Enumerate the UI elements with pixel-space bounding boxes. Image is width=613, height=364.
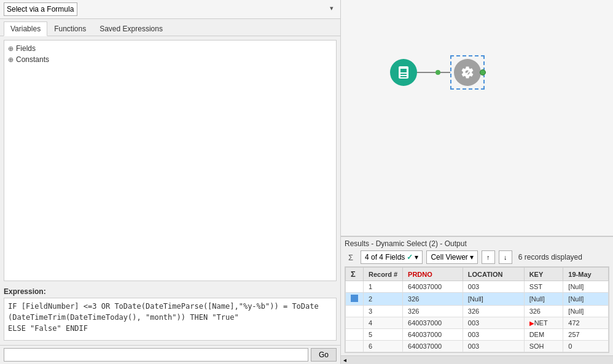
results-panel: Results - Dynamic Select (2) - Output Σ …: [341, 236, 613, 355]
expression-box[interactable]: [4, 298, 337, 341]
cell-check[interactable]: [346, 341, 364, 352]
cell-check[interactable]: [346, 281, 364, 293]
tree-item-constants[interactable]: ⊕ Constants: [7, 54, 334, 65]
cell-record: 6: [364, 341, 403, 352]
cell-prdno: 640037000: [403, 317, 463, 329]
left-panel: Select via a Formula Variables Functions…: [0, 0, 341, 364]
bottom-scroll: ◂: [341, 355, 613, 364]
connector-line-1: [417, 72, 435, 73]
col-header-record: Record #: [364, 268, 403, 281]
cell-key: ▶NET: [524, 317, 563, 329]
expression-label: Expression:: [4, 287, 337, 296]
tab-saved-expressions[interactable]: Saved Expressions: [93, 21, 170, 36]
cell-prdno: 640037000: [403, 281, 463, 293]
cell-may: 472: [563, 317, 609, 329]
results-toolbar: Σ 4 of 4 Fields ✓ ▾ Cell Viewer ▾ ↑ ↓ 6 …: [345, 250, 609, 264]
col-header-location: LOCATION: [463, 268, 524, 281]
cell-key: SST: [524, 281, 563, 293]
bottom-bar: Go: [0, 345, 340, 364]
node-book[interactable]: [390, 59, 417, 86]
tabs: Variables Functions Saved Expressions: [0, 19, 340, 36]
cell-location: 003: [463, 281, 524, 293]
cell-may: [Null]: [563, 293, 609, 306]
go-button[interactable]: Go: [311, 348, 337, 362]
results-table: Σ Record # PRDNO LOCATION KEY 19-May 164…: [345, 267, 609, 352]
table-row[interactable]: 1640037000003SST[Null]: [346, 281, 609, 293]
cell-may: [Null]: [563, 281, 609, 293]
main-container: Select via a Formula Variables Functions…: [0, 0, 613, 364]
right-panel: ✓ Results - Dynamic Select (2) - Output …: [341, 0, 613, 364]
cell-location: 003: [463, 341, 524, 352]
cell-check[interactable]: [346, 306, 364, 317]
cell-location: [Null]: [463, 293, 524, 306]
viewer-dropdown[interactable]: Cell Viewer ▾: [426, 250, 477, 264]
col-header-check: Σ: [346, 268, 364, 281]
variables-tree: ⊕ Fields ⊕ Constants: [4, 40, 337, 281]
gear-check-overlay: ✓: [464, 67, 472, 79]
fields-check-icon: ✓: [407, 253, 413, 261]
table-row[interactable]: 4640037000003▶NET472: [346, 317, 609, 329]
expand-icon-constants: ⊕: [8, 56, 14, 64]
cell-location: 003: [463, 317, 524, 329]
cell-location: 326: [463, 306, 524, 317]
sigma-icon: Σ: [345, 251, 357, 263]
cell-check[interactable]: [346, 293, 364, 306]
cell-key: [Null]: [524, 293, 563, 306]
formula-select[interactable]: Select via a Formula: [4, 2, 77, 16]
formula-select-wrapper: Select via a Formula: [4, 2, 337, 16]
cell-prdno: 326: [403, 293, 463, 306]
table-header-row: Σ Record # PRDNO LOCATION KEY 19-May: [346, 268, 609, 281]
cell-may: [Null]: [563, 306, 609, 317]
scroll-left-arrow[interactable]: ◂: [343, 357, 346, 363]
formula-bar: Select via a Formula: [0, 0, 340, 19]
fields-dropdown-arrow: ▾: [415, 253, 418, 261]
col-header-key: KEY: [524, 268, 563, 281]
table-row[interactable]: 5640037000003DEM257: [346, 329, 609, 341]
sigma-header-icon: Σ: [351, 269, 356, 279]
node-gear-wrapper[interactable]: ✓: [450, 55, 485, 90]
tree-item-fields[interactable]: ⊕ Fields: [7, 43, 334, 54]
col-header-may: 19-May: [563, 268, 609, 281]
sort-desc-button[interactable]: ↓: [499, 250, 512, 264]
cell-record: 2: [364, 293, 403, 306]
connector-line-2: [440, 72, 450, 73]
viewer-dropdown-arrow: ▾: [470, 253, 474, 261]
connector-dot-1: [435, 70, 440, 75]
expression-section: Expression:: [0, 285, 340, 345]
tab-variables[interactable]: Variables: [4, 21, 47, 36]
table-row[interactable]: 3326326326[Null]: [346, 306, 609, 317]
expand-icon-fields: ⊕: [8, 45, 14, 53]
row-checkbox[interactable]: [351, 295, 358, 302]
canvas-area: ✓: [341, 0, 613, 236]
cell-prdno: 640037000: [403, 329, 463, 341]
gear-output-dot: [480, 69, 486, 76]
records-label: 6 records displayed: [518, 253, 582, 261]
cell-record: 3: [364, 306, 403, 317]
results-tbody: 1640037000003SST[Null]2326[Null][Null][N…: [346, 281, 609, 352]
results-title: Results - Dynamic Select (2) - Output: [345, 239, 609, 248]
table-row[interactable]: 2326[Null][Null][Null]: [346, 293, 609, 306]
bottom-input[interactable]: [4, 348, 308, 362]
table-row[interactable]: 6640037000003SOH0: [346, 341, 609, 352]
cell-may: 257: [563, 329, 609, 341]
workflow: ✓: [390, 55, 485, 90]
cell-check[interactable]: [346, 317, 364, 329]
cell-may: 0: [563, 341, 609, 352]
cell-key: DEM: [524, 329, 563, 341]
cell-record: 5: [364, 329, 403, 341]
cell-key: 326: [524, 306, 563, 317]
cell-prdno: 640037000: [403, 341, 463, 352]
sort-asc-button[interactable]: ↑: [482, 250, 495, 264]
node-gear: ✓: [454, 59, 481, 86]
cell-location: 003: [463, 329, 524, 341]
tab-functions[interactable]: Functions: [47, 21, 93, 36]
col-header-prdno: PRDNO: [403, 268, 463, 281]
fields-dropdown[interactable]: 4 of 4 Fields ✓ ▾: [361, 250, 423, 264]
cell-key: SOH: [524, 341, 563, 352]
cell-record: 4: [364, 317, 403, 329]
cell-record: 1: [364, 281, 403, 293]
book-icon: [396, 65, 411, 80]
results-table-container: Σ Record # PRDNO LOCATION KEY 19-May 164…: [345, 266, 609, 353]
cell-check[interactable]: [346, 329, 364, 341]
cell-prdno: 326: [403, 306, 463, 317]
